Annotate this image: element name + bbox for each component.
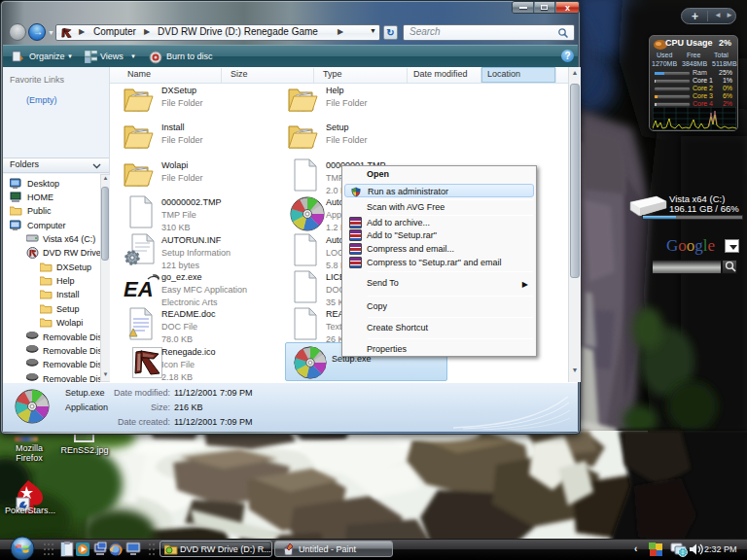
svg-text:EA: EA — [124, 277, 154, 301]
